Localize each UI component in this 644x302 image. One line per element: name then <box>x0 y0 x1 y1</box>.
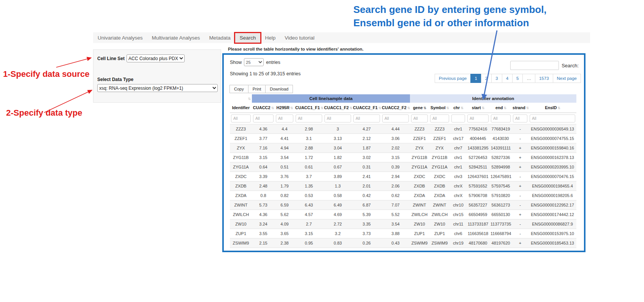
cell-cuacc2: 2.48 <box>252 181 275 191</box>
cell-chr: chr19 <box>450 238 466 248</box>
column-header-identifier[interactable]: Identifier <box>230 103 252 113</box>
page-button-1573[interactable]: 1573 <box>535 74 553 83</box>
cell-end: 77683419 <box>490 124 512 134</box>
cell-cuacc2-f1: 2.12 <box>352 134 381 143</box>
cell-ensid: ENSG00000074755.15 <box>528 134 576 143</box>
column-label: strand <box>513 105 525 110</box>
page-button-4[interactable]: 4 <box>502 74 513 83</box>
cell-start: 77562416 <box>466 124 490 134</box>
filter-input-strand[interactable] <box>513 114 527 122</box>
cell-cuacc1-f2: 2.72 <box>323 219 352 229</box>
cell-start: 126437601 <box>466 172 490 181</box>
page-button-1[interactable]: 1 <box>470 74 481 83</box>
cell-gene: ZYG11B <box>410 153 429 162</box>
cell-cuacc2-f1: 0.26 <box>352 238 381 248</box>
print-button[interactable]: Print <box>248 85 266 93</box>
cell-cuacc1-f2: 3.2 <box>323 229 352 238</box>
column-header-start[interactable]: start⇅ <box>466 103 490 113</box>
copy-button[interactable]: Copy <box>229 85 248 93</box>
page-button-5[interactable]: 5 <box>512 74 523 83</box>
search-results-box: Show 25 entries Search: Showing 1 to 25 … <box>222 53 585 252</box>
cell-strand: + <box>512 210 528 219</box>
filter-input-cuacc1-f1[interactable] <box>296 114 322 122</box>
download-button[interactable]: Download <box>265 85 293 93</box>
cell-cuacc1-f1: 3.15 <box>294 229 323 238</box>
column-header-end[interactable]: end⇅ <box>490 103 512 113</box>
column-header-gene[interactable]: gene⇅ <box>410 103 429 113</box>
group-header-identifier-annotation: Identifier annotation <box>410 94 576 103</box>
data-type-select[interactable]: xsq: RNA-seq Expression (log2 FPKM+1) <box>97 84 218 92</box>
filter-input-identifier[interactable] <box>231 114 251 122</box>
cell-symbol: ZZEF1 <box>429 134 450 143</box>
filter-input-chr[interactable] <box>451 114 465 122</box>
column-header-cuacc1-f1[interactable]: CUACC1_F1⇅ <box>294 103 323 113</box>
page-ellipsis[interactable]: … <box>522 74 535 83</box>
cell-identifier: ZW10 <box>230 219 252 229</box>
nav-item-multivariate-analyses[interactable]: Multivariate Analyses <box>147 33 205 43</box>
cell-cuacc2-f2: 3.15 <box>381 153 410 162</box>
corner-sort-cell[interactable]: ⇅ <box>230 94 252 103</box>
sort-icon: ⇅ <box>271 106 274 110</box>
cell-identifier: ZZZ3 <box>230 124 252 134</box>
table-search-input[interactable] <box>510 61 559 70</box>
nav-item-help[interactable]: Help <box>260 33 280 43</box>
filter-input-gene[interactable] <box>411 114 428 122</box>
column-header-symbol[interactable]: Symbol⇅ <box>429 103 450 113</box>
cell-h295r: 6.59 <box>275 200 294 210</box>
cell-end: 126475891 <box>490 172 512 181</box>
cell-h295r: 0.82 <box>275 191 294 200</box>
nav-item-metadata[interactable]: Metadata <box>204 33 235 43</box>
column-header-cuacc2[interactable]: CUACC2⇅ <box>252 103 275 113</box>
filter-input-end[interactable] <box>491 114 511 122</box>
cell-start: 57591652 <box>466 181 490 191</box>
filter-input-start[interactable] <box>467 114 489 122</box>
nav-item-univariate-analyses[interactable]: Univariate Analyses <box>93 33 147 43</box>
cell-cuacc2-f1: 0.31 <box>352 162 381 172</box>
cell-line-set-select[interactable]: ACC Colorado plus PDX <box>127 54 185 62</box>
column-header-chr[interactable]: chr⇅ <box>450 103 466 113</box>
cell-h295r: 4.41 <box>275 134 294 143</box>
cell-strand: - <box>512 124 528 134</box>
page-button-3[interactable]: 3 <box>491 74 502 83</box>
cell-gene: ZUP1 <box>410 229 429 238</box>
cell-cuacc2-f2: 0.62 <box>381 191 410 200</box>
filter-input-cuacc2[interactable] <box>253 114 274 122</box>
column-header-strand[interactable]: strand⇅ <box>512 103 528 113</box>
cell-start: 52726453 <box>466 153 490 162</box>
cell-gene: ZXDA <box>410 191 429 200</box>
nav-item-video-tutorial[interactable]: Video tutorial <box>280 33 319 43</box>
column-header-cuacc2-f1[interactable]: CUACC2_F1⇅ <box>352 103 381 113</box>
search-tip-line1: Search gene ID by entering gene symbol, <box>353 3 547 16</box>
cell-strand: + <box>512 153 528 162</box>
filter-input-cuacc2-f1[interactable] <box>353 114 380 122</box>
cell-identifier: ZXDC <box>230 172 252 181</box>
cell-cuacc2: 7.16 <box>252 143 275 153</box>
cell-gene: ZW10 <box>410 219 429 229</box>
filter-input-cuacc1-f2[interactable] <box>324 114 351 122</box>
column-header-ensid[interactable]: EnsID⇅ <box>528 103 576 113</box>
cell-h295r: 3.76 <box>275 172 294 181</box>
cell-cuacc2-f2: 2.02 <box>381 143 410 153</box>
export-buttons: CopyPrintDownload <box>230 85 293 93</box>
next-page-button[interactable]: Next page <box>553 74 581 83</box>
cell-chr: chr15 <box>450 210 466 219</box>
nav-item-search[interactable]: Search <box>235 33 261 43</box>
column-header-cuacc2-f2[interactable]: CUACC2_F2⇅ <box>381 103 410 113</box>
previous-page-button[interactable]: Previous page <box>435 74 471 83</box>
column-label: H295R <box>277 105 290 110</box>
cell-cuacc2: 3.24 <box>252 219 275 229</box>
cell-strand: + <box>512 143 528 153</box>
page-button-2[interactable]: 2 <box>481 74 492 83</box>
filter-input-ensid[interactable] <box>530 114 575 122</box>
cell-h295r: 3.54 <box>275 153 294 162</box>
cell-cuacc2-f1: 5.39 <box>352 210 381 219</box>
cell-symbol: ZZZ3 <box>429 124 450 134</box>
column-header-cuacc1-f2[interactable]: CUACC1_F2⇅ <box>323 103 352 113</box>
column-header-h295r[interactable]: H295R⇅ <box>275 103 294 113</box>
filter-input-h295r[interactable] <box>276 114 293 122</box>
filter-input-symbol[interactable] <box>430 114 449 122</box>
cell-cuacc1-f1: 1.35 <box>294 181 323 191</box>
cell-cuacc2-f1: 3.02 <box>352 153 381 162</box>
filter-input-cuacc2-f2[interactable] <box>382 114 409 122</box>
page-length-select[interactable]: 25 <box>244 58 264 66</box>
